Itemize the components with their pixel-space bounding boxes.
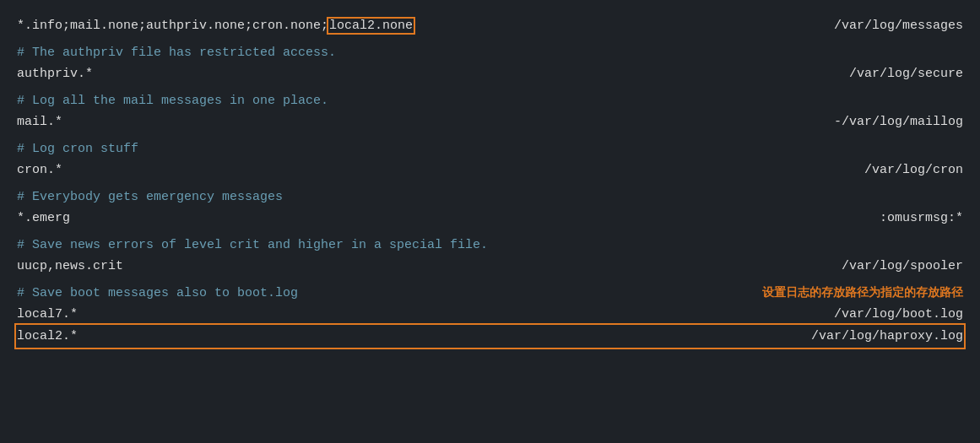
rule-highlighted-keyword: local2.none [328, 19, 414, 33]
comment-annotation-line: # Save boot messages also to boot.log设置日… [17, 283, 963, 305]
rule-line: mail.*-/var/log/maillog [17, 111, 963, 133]
rule-line: authpriv.*/var/log/secure [17, 63, 963, 85]
rule-line: cron.*/var/log/cron [17, 159, 963, 181]
code-viewer: *.info;mail.none;authpriv.none;cron.none… [0, 0, 980, 362]
rule-right: /var/log/messages [506, 15, 963, 37]
comment-text: # Save boot messages also to boot.log [17, 283, 506, 305]
rule-right: :omusrmsg:* [506, 208, 963, 230]
comment-line: # Save news errors of level crit and hig… [17, 235, 963, 257]
rule-left: local2.* [17, 326, 506, 348]
rule-line: *.info;mail.none;authpriv.none;cron.none… [17, 15, 963, 37]
rule-left: mail.* [17, 111, 506, 133]
comment-line: # Log all the mail messages in one place… [17, 90, 963, 112]
rule-left: uucp,news.crit [17, 256, 506, 278]
annotation-text: 设置日志的存放路径为指定的存放路径 [506, 283, 963, 305]
rule-line: local7.*/var/log/boot.log [17, 304, 963, 326]
rule-line: *.emerg:omusrmsg:* [17, 208, 963, 230]
comment-line: # The authpriv file has restricted acces… [17, 42, 963, 64]
rule-left: *.info;mail.none;authpriv.none;cron.none… [17, 15, 506, 37]
comment-line: # Everybody gets emergency messages [17, 186, 963, 208]
rule-left: authpriv.* [17, 63, 506, 85]
rule-left: cron.* [17, 159, 506, 181]
comment-line: # Log cron stuff [17, 138, 963, 160]
rule-left: local7.* [17, 304, 506, 326]
rule-right: -/var/log/maillog [506, 111, 963, 133]
rule-right: /var/log/cron [506, 159, 963, 181]
rule-left: *.emerg [17, 208, 506, 230]
rule-line: uucp,news.crit/var/log/spooler [17, 256, 963, 278]
rule-right: /var/log/secure [506, 63, 963, 85]
rule-right: /var/log/haproxy.log [506, 326, 963, 348]
rule-right: /var/log/boot.log [506, 304, 963, 326]
rule-right: /var/log/spooler [506, 256, 963, 278]
rule-plain-text: *.info;mail.none;authpriv.none;cron.none… [17, 19, 328, 33]
rule-line: local2.*/var/log/haproxy.log [17, 326, 963, 348]
